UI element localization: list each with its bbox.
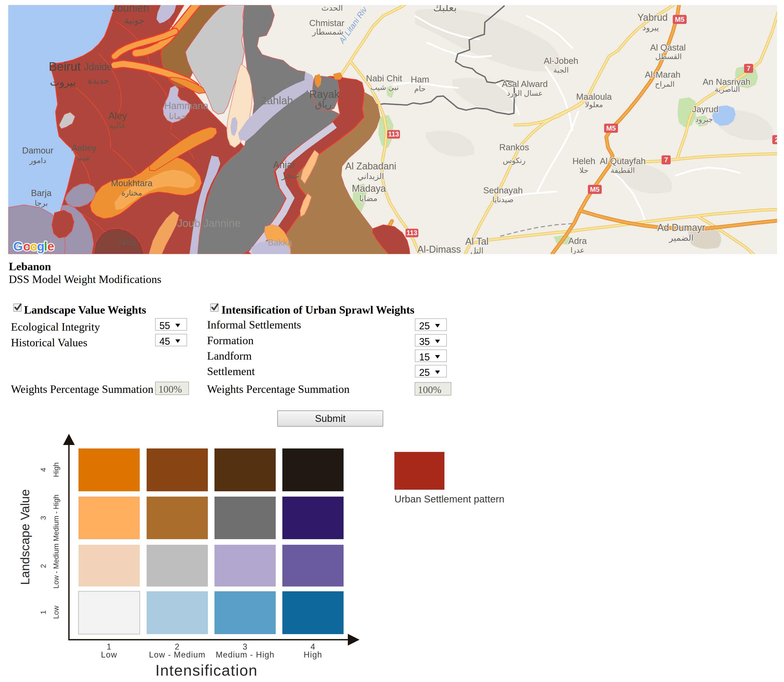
svg-text:Al-Jobeh: Al-Jobeh (544, 56, 578, 66)
svg-text:Medium - High: Medium - High (52, 494, 60, 541)
svg-text:برجا: برجا (35, 199, 48, 207)
svg-text:مختارة: مختارة (121, 189, 142, 198)
svg-text:Zahlah: Zahlah (260, 95, 293, 107)
svg-text:Al Zabadani: Al Zabadani (345, 161, 396, 172)
svg-text:Barja: Barja (31, 188, 52, 198)
svg-text:Ad Dumayr: Ad Dumayr (657, 222, 705, 233)
svg-text:حلا: حلا (580, 166, 588, 174)
svg-text:Low - Medium: Low - Medium (149, 650, 206, 660)
svg-text:Jdaide: Jdaide (84, 61, 112, 72)
svg-text:Niha: Niha (119, 237, 137, 247)
svg-text:القسطل: القسطل (655, 53, 682, 61)
svg-text:2: 2 (775, 135, 777, 143)
svg-text:حديدة: حديدة (88, 76, 109, 85)
svg-text:الحدث: الحدث (321, 5, 343, 12)
svg-text:القطيفة: القطيفة (610, 166, 635, 174)
svg-text:بعلبك: بعلبك (433, 5, 457, 13)
svg-text:Moukhtara: Moukhtara (111, 178, 153, 188)
svg-text:Beirut: Beirut (49, 60, 81, 73)
svg-text:عبيه: عبيه (77, 154, 91, 162)
svg-text:Aabey: Aabey (71, 143, 96, 153)
svg-text:M5: M5 (590, 185, 600, 193)
svg-text:صيدنايا: صيدنايا (492, 196, 514, 204)
svg-text:حام: حام (414, 84, 426, 93)
svg-text:Rankos: Rankos (499, 142, 529, 152)
svg-text:o: o (23, 239, 30, 253)
svg-text:Aley: Aley (108, 110, 127, 121)
svg-text:Bakka: Bakka (268, 237, 292, 247)
svg-text:Heleh: Heleh (572, 156, 595, 166)
svg-text:113: 113 (407, 229, 417, 236)
svg-text:نبي شيب: نبي شيب (370, 83, 399, 92)
svg-text:Joub Jannine: Joub Jannine (177, 217, 241, 229)
svg-text:Nabi Chit: Nabi Chit (366, 73, 402, 83)
svg-text:l: l (44, 239, 47, 253)
svg-text:Rayak: Rayak (309, 88, 340, 100)
svg-text:High: High (303, 650, 322, 660)
svg-text:3: 3 (39, 516, 47, 520)
svg-text:مضايا: مضايا (359, 194, 378, 203)
svg-text:Al-Marah: Al-Marah (645, 70, 680, 80)
svg-text:M5: M5 (606, 124, 616, 132)
svg-text:عاليه: عاليه (109, 121, 126, 130)
svg-text:Al Qastal: Al Qastal (650, 43, 686, 53)
svg-text:Jounieh: Jounieh (112, 5, 149, 14)
svg-text:يبرود: يبرود (642, 23, 659, 32)
svg-text:o: o (30, 239, 38, 253)
svg-text:Damour: Damour (22, 145, 53, 155)
svg-text:g: g (37, 239, 45, 253)
svg-text:Al Tal: Al Tal (465, 236, 489, 247)
svg-text:Anjar: Anjar (273, 159, 295, 170)
svg-text:7: 7 (664, 156, 668, 164)
svg-text:التل: التل (470, 246, 483, 254)
svg-text:Asal Alward: Asal Alward (502, 79, 548, 89)
svg-text:Al Qutayfah: Al Qutayfah (600, 156, 646, 166)
svg-text:Al-Dimass: Al-Dimass (417, 244, 461, 254)
svg-text:113: 113 (388, 130, 399, 138)
svg-text:عنجر: عنجر (281, 170, 299, 180)
svg-text:Low: Low (101, 650, 117, 660)
svg-text:Landscape Value: Landscape Value (18, 489, 32, 585)
svg-text:معلولا: معلولا (585, 100, 603, 109)
svg-text:الضمير: الضمير (669, 233, 693, 243)
svg-text:دامور: دامور (29, 156, 46, 165)
svg-text:Low - Medium: Low - Medium (52, 543, 60, 589)
svg-text:شمسطار: شمسطار (311, 27, 343, 37)
svg-text:Low: Low (52, 606, 60, 619)
svg-text:عسال الورد: عسال الورد (507, 89, 543, 97)
svg-text:بيروت: بيروت (50, 76, 75, 88)
svg-text:e: e (47, 239, 54, 253)
svg-text:M5: M5 (675, 16, 685, 24)
svg-text:الزبداني: الزبداني (358, 172, 384, 181)
svg-text:1: 1 (39, 610, 47, 614)
svg-text:Medium - High: Medium - High (216, 650, 275, 660)
svg-text:Hammana: Hammana (164, 100, 209, 111)
svg-text:جيرود: جيرود (695, 115, 713, 124)
svg-text:رياق: رياق (315, 99, 332, 110)
svg-text:الناصرية: الناصرية (715, 85, 740, 94)
svg-text:Intensification: Intensification (155, 661, 258, 679)
svg-text:G: G (13, 239, 23, 253)
svg-text:4: 4 (39, 468, 47, 472)
svg-text:Sednayah: Sednayah (483, 185, 523, 195)
svg-text:Chmistar: Chmistar (309, 18, 344, 28)
svg-text:حمانا: حمانا (169, 112, 187, 121)
svg-text:High: High (52, 462, 60, 477)
svg-text:رنكوس: رنكوس (503, 156, 525, 165)
svg-text:المراح: المراح (655, 80, 675, 89)
svg-text:Maaloula: Maaloula (576, 92, 612, 102)
svg-text:Adra: Adra (568, 236, 587, 246)
svg-text:7: 7 (747, 64, 750, 72)
svg-text:عدرا: عدرا (570, 246, 585, 254)
svg-text:Ham: Ham (410, 75, 429, 84)
svg-text:جونية: جونية (124, 15, 145, 26)
svg-text:الجبة: الجبة (553, 66, 569, 74)
svg-text:Madaya: Madaya (352, 183, 386, 194)
svg-text:Jayrud: Jayrud (692, 104, 718, 114)
svg-text:2: 2 (39, 564, 47, 568)
svg-text:Yabrud: Yabrud (637, 12, 667, 23)
